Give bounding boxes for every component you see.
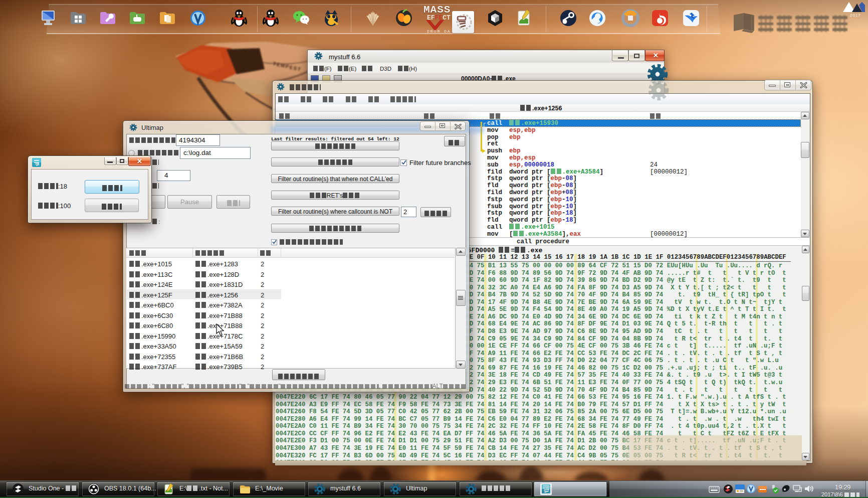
svg-text:2017: 2017 <box>850 13 861 18</box>
